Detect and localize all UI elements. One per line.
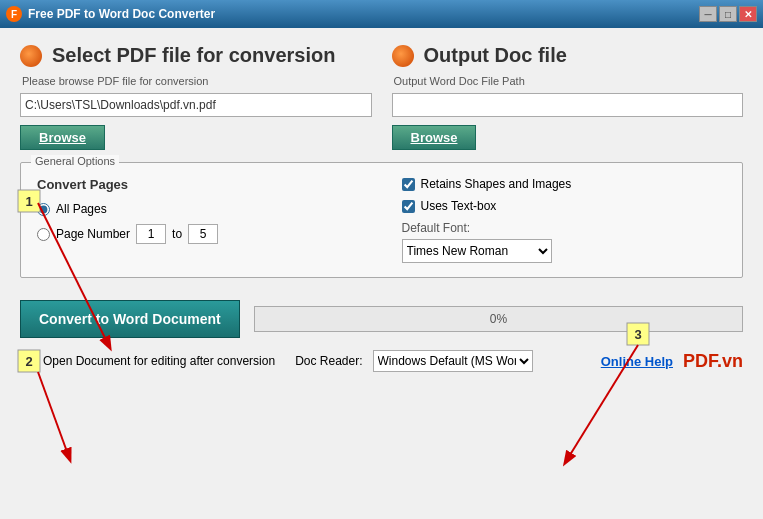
page-number-label: Page Number	[56, 227, 130, 241]
page-number-row: Page Number to	[37, 224, 362, 244]
output-options: Retains Shapes and Images Uses Text-box …	[402, 177, 727, 263]
page-to-label: to	[172, 227, 182, 241]
page-from-input[interactable]	[136, 224, 166, 244]
window-controls: ─ □ ✕	[699, 6, 757, 22]
pdf-file-path-input[interactable]	[20, 93, 372, 117]
retains-shapes-row: Retains Shapes and Images	[402, 177, 727, 191]
all-pages-radio[interactable]	[37, 203, 50, 216]
bottom-row: Open Document for editing after conversi…	[0, 350, 763, 380]
uses-textbox-checkbox[interactable]	[402, 200, 415, 213]
left-panel: Select PDF file for conversion Please br…	[20, 44, 372, 150]
right-panel-subtitle: Output Word Doc File Path	[394, 75, 744, 87]
right-panel: Output Doc file Output Word Doc File Pat…	[392, 44, 744, 150]
general-options-section: General Options Convert Pages All Pages …	[20, 162, 743, 278]
app-title: Free PDF to Word Doc Converter	[28, 7, 215, 21]
online-help-link[interactable]: Online Help	[601, 354, 673, 369]
convert-button[interactable]: Convert to Word Document	[20, 300, 240, 338]
open-doc-checkbox[interactable]	[20, 355, 33, 368]
open-doc-label: Open Document for editing after conversi…	[43, 354, 275, 368]
all-pages-row: All Pages	[37, 202, 362, 216]
app-icon: F	[6, 6, 22, 22]
left-panel-header: Select PDF file for conversion	[20, 44, 372, 67]
convert-pages-options: Convert Pages All Pages Page Number to	[37, 177, 362, 263]
right-panel-icon	[392, 45, 414, 67]
uses-textbox-label: Uses Text-box	[421, 199, 497, 213]
left-panel-title: Select PDF file for conversion	[52, 44, 335, 67]
page-number-radio[interactable]	[37, 228, 50, 241]
left-panel-subtitle: Please browse PDF file for conversion	[22, 75, 372, 87]
doc-reader-select[interactable]: Windows Default (MS Word) Microsoft Word…	[373, 350, 533, 372]
left-panel-icon	[20, 45, 42, 67]
page-to-input[interactable]	[188, 224, 218, 244]
uses-textbox-row: Uses Text-box	[402, 199, 727, 213]
doc-reader-label: Doc Reader:	[295, 354, 362, 368]
action-bar: Convert to Word Document 0%	[0, 288, 763, 350]
right-panel-header: Output Doc file	[392, 44, 744, 67]
options-legend: General Options	[31, 155, 119, 167]
progress-bar-wrapper: 0%	[254, 306, 743, 332]
titlebar: F Free PDF to Word Doc Converter ─ □ ✕	[0, 0, 763, 28]
all-pages-label: All Pages	[56, 202, 107, 216]
retains-shapes-label: Retains Shapes and Images	[421, 177, 572, 191]
top-section: Select PDF file for conversion Please br…	[0, 28, 763, 162]
output-file-path-input[interactable]	[392, 93, 744, 117]
restore-button[interactable]: □	[719, 6, 737, 22]
right-panel-title: Output Doc file	[424, 44, 567, 67]
font-select-row: Times New Roman Arial Calibri Courier Ne…	[402, 239, 727, 263]
minimize-button[interactable]: ─	[699, 6, 717, 22]
convert-pages-heading: Convert Pages	[37, 177, 362, 192]
font-select[interactable]: Times New Roman Arial Calibri Courier Ne…	[402, 239, 552, 263]
default-font-label: Default Font:	[402, 221, 727, 235]
retains-shapes-checkbox[interactable]	[402, 178, 415, 191]
main-content: Select PDF file for conversion Please br…	[0, 28, 763, 519]
browse-pdf-button[interactable]: Browse	[20, 125, 105, 150]
progress-text: 0%	[254, 306, 743, 332]
brand-label: PDF.vn	[683, 351, 743, 372]
close-button[interactable]: ✕	[739, 6, 757, 22]
browse-output-button[interactable]: Browse	[392, 125, 477, 150]
